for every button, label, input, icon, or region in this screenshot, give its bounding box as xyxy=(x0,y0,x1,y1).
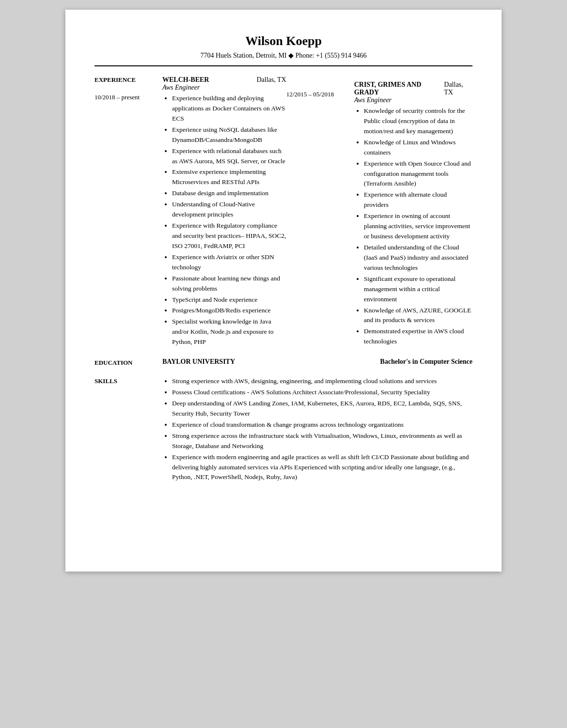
candidate-name: Wilson Koepp xyxy=(94,34,472,48)
skill-item: Deep understanding of AWS Landing Zones,… xyxy=(172,399,472,419)
skills-content: Strong experience with AWS, designing, e… xyxy=(162,376,472,483)
resume-page: Wilson Koepp 7704 Huels Station, Detroit… xyxy=(65,10,502,572)
skill-item: Possess Cloud certifications - AWS Solut… xyxy=(172,387,472,398)
skill-item: Strong experience across the infrastruct… xyxy=(172,431,472,451)
skill-item: Experience with modern engineering and a… xyxy=(172,452,472,483)
edu-degree: Bachelor's in Computer Science xyxy=(380,358,472,366)
skills-label: SKILLS xyxy=(94,376,162,483)
experience-section: EXPERIENCE10/2018 – presentWELCH-BEERDal… xyxy=(94,76,472,348)
edu-school: BAYLOR UNIVERSITY xyxy=(162,358,235,366)
resume-header: Wilson Koepp 7704 Huels Station, Detroit… xyxy=(94,34,472,66)
education-section: EDUCATION BAYLOR UNIVERSITY Bachelor's i… xyxy=(94,358,472,367)
skill-item: Experience of cloud transformation & cha… xyxy=(172,420,472,430)
education-label: EDUCATION xyxy=(94,358,162,367)
skills-bullets: Strong experience with AWS, designing, e… xyxy=(162,376,472,482)
skills-section: SKILLS Strong experience with AWS, desig… xyxy=(94,376,472,483)
education-content: BAYLOR UNIVERSITY Bachelor's in Computer… xyxy=(162,358,472,367)
skill-item: Strong experience with AWS, designing, e… xyxy=(172,376,472,387)
contact-info: 7704 Huels Station, Detroit, MI ◆ Phone:… xyxy=(94,51,472,60)
education-row: BAYLOR UNIVERSITY Bachelor's in Computer… xyxy=(162,358,472,366)
